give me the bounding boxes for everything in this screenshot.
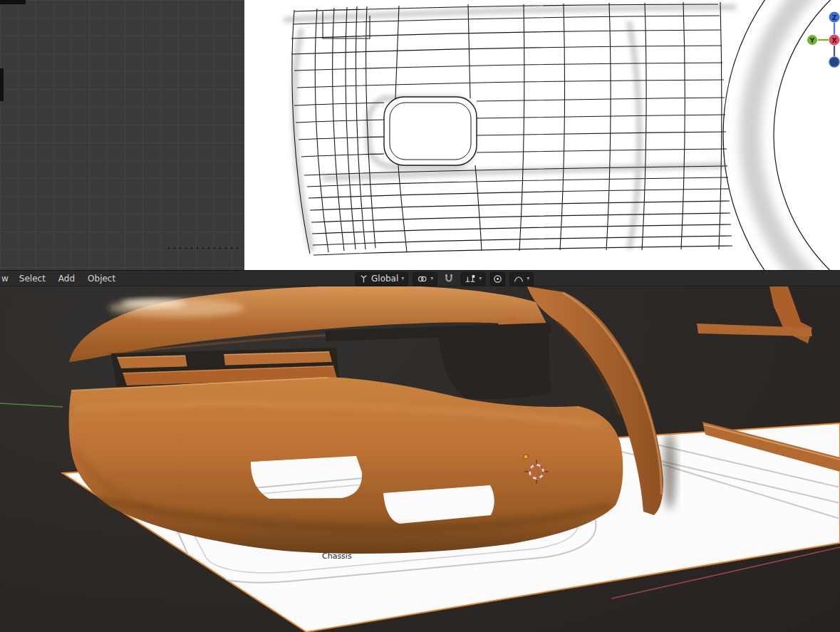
menu-select[interactable]: Select — [13, 272, 52, 285]
gizmo-x-label: X — [832, 37, 837, 44]
gizmo-z-label: Z — [832, 14, 837, 21]
snapping-button[interactable]: ▾ — [413, 272, 437, 286]
object-name-label: Chassis — [322, 551, 352, 561]
wireframe-viewport[interactable]: Z Y X — [0, 0, 840, 270]
viewport-grid-background — [0, 0, 244, 270]
chevron-down-icon: ▾ — [527, 276, 529, 281]
snap-target-button[interactable]: ▾ — [460, 272, 486, 286]
headlight-opening — [439, 328, 551, 398]
hood-specular-core — [121, 299, 185, 308]
gizmo-y-label: Y — [809, 37, 815, 44]
proportional-falloff-button[interactable]: ▾ — [509, 272, 534, 286]
vertex-dots-row — [168, 247, 242, 249]
falloff-curve-icon — [514, 274, 524, 284]
y-axis-line — [0, 403, 63, 407]
gizmo-neg-z-ball[interactable] — [829, 57, 839, 67]
transform-orientation-icon — [359, 274, 368, 284]
menu-view-partial[interactable]: w — [0, 272, 13, 285]
chevron-down-icon: ▾ — [430, 276, 433, 281]
snap-magnet-button[interactable] — [442, 273, 456, 285]
viewport-header: w Select Add Object Global ▾ ▾ — [0, 270, 840, 286]
car-wireframe-drawing — [244, 0, 840, 270]
wireframe-edge-mark-left — [0, 68, 4, 101]
snapping-link-icon — [417, 274, 427, 284]
view-navigation-gizmo[interactable]: Z Y X — [777, 4, 840, 73]
wireframe-lines — [291, 2, 732, 255]
viewport-header-controls: Global ▾ ▾ — [355, 271, 534, 286]
blender-window: Z Y X w Select Add Object Global ▾ — [0, 0, 840, 632]
object-origin-dot — [524, 455, 528, 459]
wireframe-edge-mark-top — [0, 0, 26, 4]
grille-badge-notch — [185, 353, 225, 368]
chevron-down-icon: ▾ — [479, 276, 482, 281]
headlight-opening-outline — [384, 97, 477, 165]
menu-object[interactable]: Object — [81, 272, 122, 285]
proportional-editing-button[interactable] — [490, 272, 505, 286]
chevron-down-icon: ▾ — [401, 276, 404, 281]
viewport-menus: w Select Add Object — [0, 271, 122, 286]
3d-scene — [0, 286, 840, 632]
magnet-icon — [444, 274, 454, 284]
menu-add[interactable]: Add — [52, 272, 81, 285]
proportional-editing-icon — [493, 274, 502, 284]
3d-viewport[interactable]: Chassis — [0, 286, 840, 632]
snap-target-icon — [465, 274, 476, 284]
transform-orientation-dropdown[interactable]: Global ▾ — [355, 272, 408, 286]
blueprint-reference-image — [244, 0, 840, 270]
transform-orientation-value: Global — [371, 274, 398, 284]
